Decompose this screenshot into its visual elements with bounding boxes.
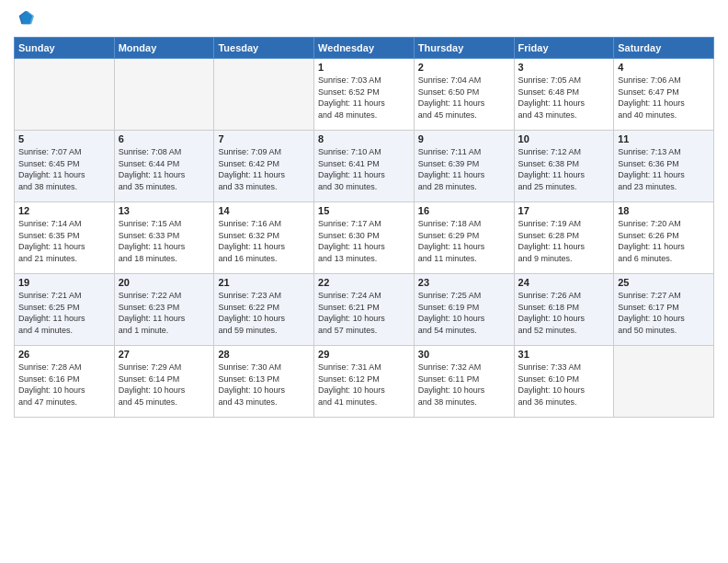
- day-info: Sunrise: 7:14 AM Sunset: 6:35 PM Dayligh…: [18, 218, 110, 264]
- calendar-day-cell: 22Sunrise: 7:24 AM Sunset: 6:21 PM Dayli…: [314, 274, 415, 346]
- day-number: 26: [18, 349, 110, 360]
- day-number: 13: [119, 205, 210, 216]
- day-info: Sunrise: 7:30 AM Sunset: 6:13 PM Dayligh…: [218, 362, 310, 408]
- calendar-day-cell: 26Sunrise: 7:28 AM Sunset: 6:16 PM Dayli…: [15, 346, 115, 418]
- day-info: Sunrise: 7:09 AM Sunset: 6:42 PM Dayligh…: [218, 146, 310, 192]
- day-number: 22: [318, 277, 410, 288]
- calendar-day-cell: 11Sunrise: 7:13 AM Sunset: 6:36 PM Dayli…: [614, 131, 714, 202]
- day-info: Sunrise: 7:21 AM Sunset: 6:25 PM Dayligh…: [18, 290, 110, 336]
- day-number: 12: [18, 205, 110, 216]
- calendar-day-cell: 23Sunrise: 7:25 AM Sunset: 6:19 PM Dayli…: [414, 274, 514, 346]
- day-number: 21: [218, 277, 310, 288]
- day-info: Sunrise: 7:32 AM Sunset: 6:11 PM Dayligh…: [418, 362, 510, 408]
- day-number: 9: [418, 133, 510, 144]
- logo: [14, 9, 34, 31]
- calendar-day-cell: 10Sunrise: 7:12 AM Sunset: 6:38 PM Dayli…: [514, 131, 614, 202]
- weekday-header-wednesday: Wednesday: [314, 38, 415, 59]
- day-number: 7: [218, 133, 310, 144]
- day-number: 15: [318, 205, 410, 216]
- calendar-day-cell: 25Sunrise: 7:27 AM Sunset: 6:17 PM Dayli…: [614, 274, 714, 346]
- day-number: 24: [518, 277, 610, 288]
- weekday-header-saturday: Saturday: [614, 38, 714, 59]
- day-info: Sunrise: 7:08 AM Sunset: 6:44 PM Dayligh…: [119, 146, 210, 192]
- day-number: 20: [119, 277, 210, 288]
- day-number: 27: [119, 349, 210, 360]
- day-info: Sunrise: 7:15 AM Sunset: 6:33 PM Dayligh…: [119, 218, 210, 264]
- day-number: 2: [418, 62, 510, 73]
- day-info: Sunrise: 7:22 AM Sunset: 6:23 PM Dayligh…: [119, 290, 210, 336]
- day-number: 30: [418, 349, 510, 360]
- weekday-header-monday: Monday: [114, 38, 214, 59]
- calendar-day-cell: [114, 59, 214, 131]
- day-info: Sunrise: 7:28 AM Sunset: 6:16 PM Dayligh…: [18, 362, 110, 408]
- day-info: Sunrise: 7:18 AM Sunset: 6:29 PM Dayligh…: [418, 218, 510, 264]
- calendar-day-cell: 1Sunrise: 7:03 AM Sunset: 6:52 PM Daylig…: [314, 59, 415, 131]
- calendar-day-cell: 18Sunrise: 7:20 AM Sunset: 6:26 PM Dayli…: [614, 202, 714, 274]
- day-info: Sunrise: 7:11 AM Sunset: 6:39 PM Dayligh…: [418, 146, 510, 192]
- weekday-header-thursday: Thursday: [414, 38, 514, 59]
- day-info: Sunrise: 7:27 AM Sunset: 6:17 PM Dayligh…: [618, 290, 710, 336]
- day-number: 3: [518, 62, 610, 73]
- calendar-day-cell: 12Sunrise: 7:14 AM Sunset: 6:35 PM Dayli…: [15, 202, 115, 274]
- weekday-header-friday: Friday: [514, 38, 614, 59]
- day-number: 28: [218, 349, 310, 360]
- day-number: 4: [618, 62, 710, 73]
- weekday-header-row: SundayMondayTuesdayWednesdayThursdayFrid…: [15, 38, 714, 59]
- day-number: 5: [18, 133, 110, 144]
- day-info: Sunrise: 7:23 AM Sunset: 6:22 PM Dayligh…: [218, 290, 310, 336]
- calendar-day-cell: 31Sunrise: 7:33 AM Sunset: 6:10 PM Dayli…: [514, 346, 614, 418]
- calendar-day-cell: 2Sunrise: 7:04 AM Sunset: 6:50 PM Daylig…: [414, 59, 514, 131]
- calendar-day-cell: 4Sunrise: 7:06 AM Sunset: 6:47 PM Daylig…: [614, 59, 714, 131]
- day-info: Sunrise: 7:05 AM Sunset: 6:48 PM Dayligh…: [518, 75, 610, 121]
- day-info: Sunrise: 7:10 AM Sunset: 6:41 PM Dayligh…: [318, 146, 410, 192]
- calendar-day-cell: 13Sunrise: 7:15 AM Sunset: 6:33 PM Dayli…: [114, 202, 214, 274]
- day-number: 23: [418, 277, 510, 288]
- day-info: Sunrise: 7:13 AM Sunset: 6:36 PM Dayligh…: [618, 146, 710, 192]
- logo-icon: [16, 9, 34, 28]
- calendar-day-cell: 5Sunrise: 7:07 AM Sunset: 6:45 PM Daylig…: [15, 131, 115, 202]
- day-info: Sunrise: 7:26 AM Sunset: 6:18 PM Dayligh…: [518, 290, 610, 336]
- calendar-day-cell: 3Sunrise: 7:05 AM Sunset: 6:48 PM Daylig…: [514, 59, 614, 131]
- day-info: Sunrise: 7:24 AM Sunset: 6:21 PM Dayligh…: [318, 290, 410, 336]
- day-info: Sunrise: 7:16 AM Sunset: 6:32 PM Dayligh…: [218, 218, 310, 264]
- day-number: 6: [119, 133, 210, 144]
- calendar-week-row: 26Sunrise: 7:28 AM Sunset: 6:16 PM Dayli…: [15, 346, 714, 418]
- day-info: Sunrise: 7:29 AM Sunset: 6:14 PM Dayligh…: [119, 362, 210, 408]
- calendar-day-cell: 29Sunrise: 7:31 AM Sunset: 6:12 PM Dayli…: [314, 346, 415, 418]
- day-info: Sunrise: 7:25 AM Sunset: 6:19 PM Dayligh…: [418, 290, 510, 336]
- calendar-day-cell: 27Sunrise: 7:29 AM Sunset: 6:14 PM Dayli…: [114, 346, 214, 418]
- calendar-day-cell: [614, 346, 714, 418]
- day-number: 17: [518, 205, 610, 216]
- calendar-day-cell: 9Sunrise: 7:11 AM Sunset: 6:39 PM Daylig…: [414, 131, 514, 202]
- calendar-day-cell: 7Sunrise: 7:09 AM Sunset: 6:42 PM Daylig…: [214, 131, 314, 202]
- calendar-week-row: 1Sunrise: 7:03 AM Sunset: 6:52 PM Daylig…: [15, 59, 714, 131]
- day-number: 14: [218, 205, 310, 216]
- calendar-day-cell: 20Sunrise: 7:22 AM Sunset: 6:23 PM Dayli…: [114, 274, 214, 346]
- calendar-day-cell: 8Sunrise: 7:10 AM Sunset: 6:41 PM Daylig…: [314, 131, 415, 202]
- calendar-week-row: 12Sunrise: 7:14 AM Sunset: 6:35 PM Dayli…: [15, 202, 714, 274]
- calendar-day-cell: 6Sunrise: 7:08 AM Sunset: 6:44 PM Daylig…: [114, 131, 214, 202]
- day-info: Sunrise: 7:04 AM Sunset: 6:50 PM Dayligh…: [418, 75, 510, 121]
- day-info: Sunrise: 7:17 AM Sunset: 6:30 PM Dayligh…: [318, 218, 410, 264]
- day-info: Sunrise: 7:31 AM Sunset: 6:12 PM Dayligh…: [318, 362, 410, 408]
- calendar-day-cell: 28Sunrise: 7:30 AM Sunset: 6:13 PM Dayli…: [214, 346, 314, 418]
- day-info: Sunrise: 7:06 AM Sunset: 6:47 PM Dayligh…: [618, 75, 710, 121]
- calendar-week-row: 19Sunrise: 7:21 AM Sunset: 6:25 PM Dayli…: [15, 274, 714, 346]
- day-info: Sunrise: 7:03 AM Sunset: 6:52 PM Dayligh…: [318, 75, 410, 121]
- weekday-header-sunday: Sunday: [15, 38, 115, 59]
- calendar-table: SundayMondayTuesdayWednesdayThursdayFrid…: [14, 37, 714, 418]
- calendar-day-cell: [15, 59, 115, 131]
- day-number: 1: [318, 62, 410, 73]
- calendar-day-cell: 15Sunrise: 7:17 AM Sunset: 6:30 PM Dayli…: [314, 202, 415, 274]
- calendar-day-cell: 19Sunrise: 7:21 AM Sunset: 6:25 PM Dayli…: [15, 274, 115, 346]
- day-number: 19: [18, 277, 110, 288]
- calendar-day-cell: 14Sunrise: 7:16 AM Sunset: 6:32 PM Dayli…: [214, 202, 314, 274]
- weekday-header-tuesday: Tuesday: [214, 38, 314, 59]
- day-number: 18: [618, 205, 710, 216]
- calendar-day-cell: 30Sunrise: 7:32 AM Sunset: 6:11 PM Dayli…: [414, 346, 514, 418]
- calendar-page: SundayMondayTuesdayWednesdayThursdayFrid…: [0, 0, 728, 563]
- day-info: Sunrise: 7:12 AM Sunset: 6:38 PM Dayligh…: [518, 146, 610, 192]
- day-info: Sunrise: 7:19 AM Sunset: 6:28 PM Dayligh…: [518, 218, 610, 264]
- calendar-day-cell: 16Sunrise: 7:18 AM Sunset: 6:29 PM Dayli…: [414, 202, 514, 274]
- day-number: 16: [418, 205, 510, 216]
